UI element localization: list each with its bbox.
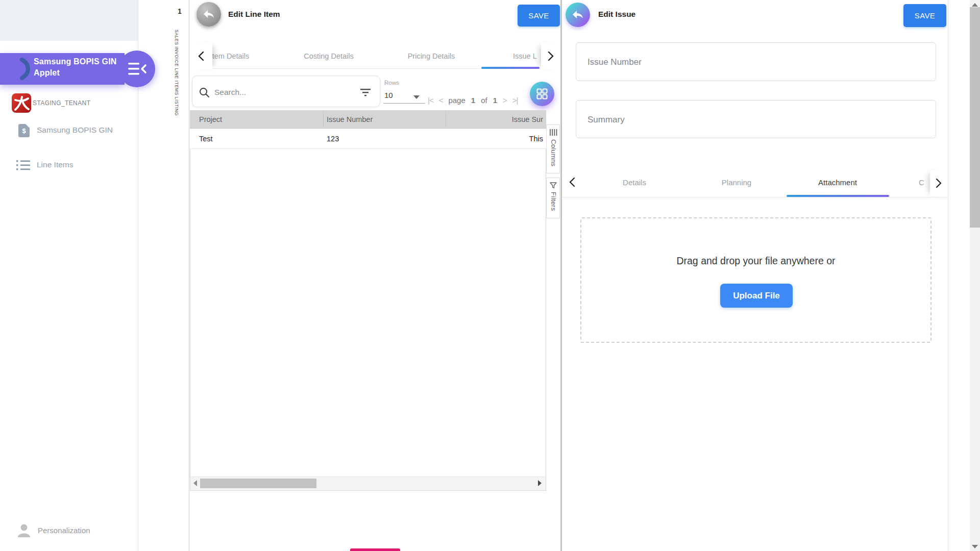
list-icon xyxy=(16,160,31,171)
filter-list-icon[interactable] xyxy=(360,88,371,96)
columns-icon xyxy=(550,129,557,136)
sidebar-item-label: Personalization xyxy=(38,526,90,535)
content-right-border xyxy=(948,0,948,551)
bottom-accent-bar xyxy=(350,548,400,551)
summary-field[interactable] xyxy=(576,100,936,138)
sidebar-item-tenant[interactable]: STAGING_TENANT xyxy=(0,92,138,114)
issue-number-field[interactable] xyxy=(576,42,936,81)
panel-title: Edit Line Item xyxy=(228,0,280,29)
sidebar-item-personalization[interactable]: Personalization xyxy=(0,520,138,541)
pagination-next-button[interactable]: > xyxy=(503,96,507,105)
column-header-issue-summary[interactable]: Issue Sur xyxy=(512,110,543,128)
back-button[interactable] xyxy=(197,2,221,27)
reply-arrow-icon xyxy=(203,9,215,20)
tab-comments[interactable]: C xyxy=(919,170,926,194)
tab-planning[interactable]: Planning xyxy=(709,170,764,194)
sidebar-item-line-items[interactable]: Line Items xyxy=(0,157,138,173)
listing-vertical-label: SALES INVOICE LINE ITEMS LISTING xyxy=(174,30,179,132)
pagination-current-page: 1 xyxy=(471,96,475,105)
scroll-left-arrow[interactable] xyxy=(193,480,197,486)
active-tab-underline xyxy=(481,67,540,69)
table-row[interactable]: Test 123 This xyxy=(190,129,546,149)
column-separator xyxy=(446,111,446,127)
person-icon xyxy=(16,523,32,538)
chevron-right-icon xyxy=(548,52,554,61)
pagination-last-button[interactable]: >| xyxy=(512,96,518,105)
chevron-right-icon xyxy=(936,179,942,188)
back-button[interactable] xyxy=(566,3,590,27)
pagination: |< < page 1 of 1 > >| xyxy=(428,94,518,106)
cell-issue-summary: This xyxy=(529,129,543,148)
applet-title: Samsung BOPIS GIN Applet xyxy=(34,56,121,82)
applet-logo-icon xyxy=(19,57,34,81)
pagination-of-label: of xyxy=(481,96,487,105)
cell-issue-number: 123 xyxy=(327,129,339,148)
tenant-icon xyxy=(11,93,32,113)
pagination-total-pages: 1 xyxy=(493,96,497,105)
search-input[interactable] xyxy=(213,85,338,100)
sidebar-item-label: STAGING_TENANT xyxy=(33,99,90,107)
scroll-up-arrow[interactable] xyxy=(972,3,978,7)
dropzone-text: Drag and drop your file anywhere or xyxy=(580,255,932,267)
grid-view-button[interactable] xyxy=(530,82,554,106)
tab-costing-details[interactable]: Costing Details xyxy=(298,45,359,67)
rows-per-page-select[interactable]: 10 xyxy=(384,91,393,99)
tab-issue-listing[interactable]: Issue L xyxy=(513,45,541,67)
tab-details[interactable]: Details xyxy=(609,170,660,194)
horizontal-scrollbar-thumb[interactable] xyxy=(200,479,316,488)
table-header-row: Project Issue Number Issue Sur xyxy=(190,110,546,129)
menu-open-icon[interactable] xyxy=(128,61,147,77)
pagination-prev-button[interactable]: < xyxy=(439,96,443,105)
scroll-right-arrow[interactable] xyxy=(538,480,542,486)
column-header-project[interactable]: Project xyxy=(199,110,222,128)
tabs-scroll-right-button[interactable] xyxy=(541,43,560,69)
column-header-issue-number[interactable]: Issue Number xyxy=(327,110,373,128)
tabs-scroll-right-button[interactable] xyxy=(930,170,947,196)
scroll-down-arrow[interactable] xyxy=(972,545,978,548)
panel-divider xyxy=(561,0,562,551)
tabs-scroll-left-button[interactable] xyxy=(190,43,212,69)
grid-icon xyxy=(536,88,548,99)
tabs-scroll-left-button[interactable] xyxy=(566,170,579,194)
column-separator xyxy=(323,111,324,127)
upload-file-button[interactable]: Upload File xyxy=(720,284,793,308)
svg-text:$: $ xyxy=(22,127,26,135)
sidebar: Samsung BOPIS GIN Applet STAGING_TENANT … xyxy=(0,0,138,551)
search-icon[interactable] xyxy=(199,87,210,98)
issue-number-input[interactable] xyxy=(586,43,912,82)
document-icon: $ xyxy=(18,124,30,137)
columns-tab-label: Columns xyxy=(550,139,557,166)
filter-funnel-icon xyxy=(550,182,557,189)
page-index-badge: 1 xyxy=(174,7,186,15)
tab-attachment[interactable]: Attachment xyxy=(810,170,866,194)
sidebar-item-label: Samsung BOPIS GIN xyxy=(37,126,113,135)
save-button[interactable]: SAVE xyxy=(903,4,946,27)
rows-label: Rows xyxy=(384,80,399,86)
rows-select-underline xyxy=(383,103,425,104)
save-button[interactable]: SAVE xyxy=(518,5,560,27)
sidebar-item-app[interactable]: $ Samsung BOPIS GIN xyxy=(0,122,138,139)
tab-bar-divider xyxy=(562,197,948,197)
summary-input[interactable] xyxy=(586,101,912,139)
pagination-page-label: page xyxy=(448,96,465,105)
pagination-first-button[interactable]: |< xyxy=(428,96,433,105)
tab-pricing-details[interactable]: Pricing Details xyxy=(401,45,462,67)
chevron-left-icon xyxy=(198,52,204,61)
sidebar-item-label: Line Items xyxy=(37,160,74,169)
chevron-left-icon xyxy=(569,178,575,187)
app-screen: Samsung BOPIS GIN Applet STAGING_TENANT … xyxy=(0,0,980,551)
page-scrollbar-thumb[interactable] xyxy=(970,7,980,228)
reply-arrow-icon xyxy=(572,9,584,20)
filters-side-tab[interactable]: Filters xyxy=(546,178,560,218)
panel-title: Edit Issue xyxy=(598,0,635,29)
filters-tab-label: Filters xyxy=(550,192,557,211)
cell-project: Test xyxy=(199,129,213,148)
columns-side-tab[interactable]: Columns xyxy=(546,124,560,173)
line-items-table xyxy=(190,110,546,491)
caret-down-icon[interactable] xyxy=(413,95,420,99)
file-dropzone[interactable] xyxy=(580,217,932,343)
sidebar-header-box xyxy=(0,0,138,41)
active-tab-underline xyxy=(787,195,889,197)
